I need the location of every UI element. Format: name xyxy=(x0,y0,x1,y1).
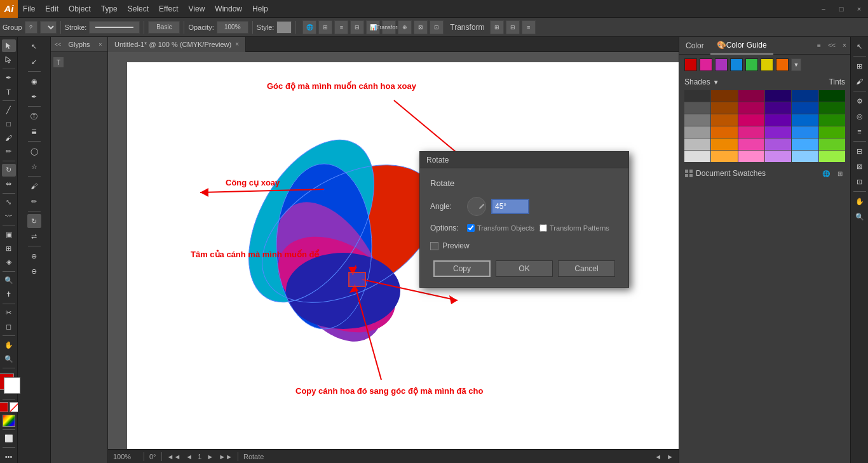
menu-select[interactable]: Select xyxy=(123,0,154,18)
group-icon[interactable]: ? xyxy=(25,21,37,34)
extra-layers-icon[interactable]: ⊞ xyxy=(853,59,867,73)
menu-help[interactable]: Help xyxy=(247,0,273,18)
sec-paint1[interactable]: 🖌 xyxy=(27,179,41,193)
shade-11[interactable] xyxy=(792,102,818,114)
transform-label[interactable]: Transform xyxy=(382,20,396,34)
sec-shape2[interactable]: ☆ xyxy=(27,159,41,173)
minimize-button[interactable]: − xyxy=(815,0,832,18)
shade-34[interactable] xyxy=(765,151,791,162)
shade-20[interactable] xyxy=(711,126,737,138)
transform-objects-checkbox[interactable] xyxy=(467,224,475,232)
menu-edit[interactable]: Edit xyxy=(40,0,64,18)
shade-12[interactable] xyxy=(819,102,845,114)
menu-object[interactable]: Object xyxy=(64,0,96,18)
sec-shape1[interactable]: ◯ xyxy=(27,144,41,158)
tools-icon4[interactable]: ⊡ xyxy=(430,20,444,34)
shade-3[interactable] xyxy=(738,90,764,102)
swatch-red[interactable] xyxy=(684,58,697,71)
canvas-area[interactable]: Untitled-1* @ 100 % (CMYK/Preview) × xyxy=(108,37,679,463)
swatch-green[interactable] xyxy=(745,58,758,71)
shades-label[interactable]: Shades ▼ xyxy=(684,77,765,86)
stroke-box[interactable] xyxy=(89,21,140,34)
maximize-button[interactable]: □ xyxy=(832,0,850,18)
more-tools[interactable]: ••• xyxy=(2,450,16,463)
swatch-pink[interactable] xyxy=(700,58,712,71)
angle-dial[interactable] xyxy=(467,197,486,216)
shade-33[interactable] xyxy=(738,151,764,162)
shade-29[interactable] xyxy=(792,138,818,150)
menu-window[interactable]: Window xyxy=(210,0,247,18)
globe-icon[interactable]: 🌐 xyxy=(302,20,316,34)
shade-19[interactable] xyxy=(684,126,710,138)
swatch-orange[interactable] xyxy=(776,58,789,71)
sec-reflect2[interactable]: ⇌ xyxy=(27,229,41,243)
warp-tool[interactable]: 〰 xyxy=(2,210,16,222)
ok-button[interactable]: OK xyxy=(496,260,553,277)
eyedropper-tool[interactable]: 🔍 xyxy=(2,274,16,287)
glyphs-collapse-btn[interactable]: << xyxy=(53,40,62,49)
artboard-tool[interactable]: ⬜ xyxy=(2,432,16,445)
shade-14[interactable] xyxy=(711,114,737,126)
shade-15[interactable] xyxy=(738,114,764,126)
nav-left[interactable]: ◄ xyxy=(654,453,661,460)
extra-transform-icon[interactable]: ⊟ xyxy=(853,144,867,158)
swatch-yellow[interactable] xyxy=(761,58,773,71)
reflect-tool[interactable]: ⇔ xyxy=(2,178,16,191)
shade-4[interactable] xyxy=(765,90,791,102)
sec-paint2[interactable]: ✏ xyxy=(27,194,41,208)
align-icon[interactable]: ≡ xyxy=(334,20,348,34)
sec-pen[interactable]: ✒ xyxy=(27,90,41,104)
menu-view[interactable]: View xyxy=(184,0,210,18)
extra-gear-icon[interactable]: ⚙ xyxy=(853,94,867,108)
measure-tool[interactable]: ✝ xyxy=(2,288,16,301)
extra-hand-icon[interactable]: ✋ xyxy=(853,194,867,208)
page-prev[interactable]: ◄ xyxy=(186,453,193,460)
group-select[interactable] xyxy=(40,21,57,34)
shade-28[interactable] xyxy=(765,138,791,150)
angle-input[interactable] xyxy=(491,199,529,214)
cancel-button[interactable]: Cancel xyxy=(558,260,615,277)
tab-close-btn[interactable]: × xyxy=(235,41,239,48)
color-mode-box[interactable] xyxy=(0,402,8,412)
sec-zoomin[interactable]: ⊕ xyxy=(27,249,41,263)
menu-effect[interactable]: Effect xyxy=(154,0,183,18)
shade-8[interactable] xyxy=(711,102,737,114)
scissors-tool[interactable]: ✂ xyxy=(2,306,16,319)
sec-direct[interactable]: ↙ xyxy=(27,55,41,69)
copy-button[interactable]: Copy xyxy=(433,260,491,277)
transform-patterns-label[interactable]: Transform Patterns xyxy=(539,224,609,232)
transform-objects-label[interactable]: Transform Objects xyxy=(467,224,534,232)
preview-checkbox[interactable] xyxy=(430,242,438,250)
sec-zoomout[interactable]: ⊖ xyxy=(27,264,41,278)
transform-icon[interactable]: ⊞ xyxy=(318,20,332,34)
close-button[interactable]: × xyxy=(850,0,868,18)
sec-type2[interactable]: Ⓣ xyxy=(27,109,41,123)
style-box[interactable] xyxy=(276,21,292,34)
color-tab[interactable]: Color xyxy=(679,37,710,55)
extra-align-icon[interactable]: ≡ xyxy=(853,124,867,138)
menu-type[interactable]: Type xyxy=(96,0,123,18)
transform-patterns-checkbox[interactable] xyxy=(539,224,547,232)
gradient-tool[interactable]: ▣ xyxy=(2,228,16,241)
page-next-end[interactable]: ►► xyxy=(219,453,233,460)
shade-26[interactable] xyxy=(711,138,737,150)
shade-2[interactable] xyxy=(711,90,737,102)
extra-arrange-icon[interactable]: ⊡ xyxy=(853,175,867,189)
page-next[interactable]: ► xyxy=(207,453,214,460)
shade-5[interactable] xyxy=(792,90,818,102)
panel-close-icon[interactable]: × xyxy=(839,40,850,51)
shade-31[interactable] xyxy=(684,151,710,162)
document-tab[interactable]: Untitled-1* @ 100 % (CMYK/Preview) × xyxy=(108,37,246,52)
extra-circle-icon[interactable]: ◎ xyxy=(853,109,867,123)
distribute-icon[interactable]: ⊟ xyxy=(350,20,364,34)
panel-menu-icon[interactable]: ≡ xyxy=(813,40,825,51)
blend-tool[interactable]: ◈ xyxy=(2,256,16,269)
color-guide-tab[interactable]: 🎨 Color Guide xyxy=(710,37,773,55)
zoom-level[interactable]: 100% xyxy=(113,453,139,460)
shade-24[interactable] xyxy=(819,126,845,138)
rect-tool[interactable]: □ xyxy=(2,117,16,130)
menu-file[interactable]: File xyxy=(18,0,40,18)
extra-brush-icon[interactable]: 🖌 xyxy=(853,74,867,88)
shade-7[interactable] xyxy=(684,102,710,114)
direct-select-tool[interactable] xyxy=(2,53,16,66)
